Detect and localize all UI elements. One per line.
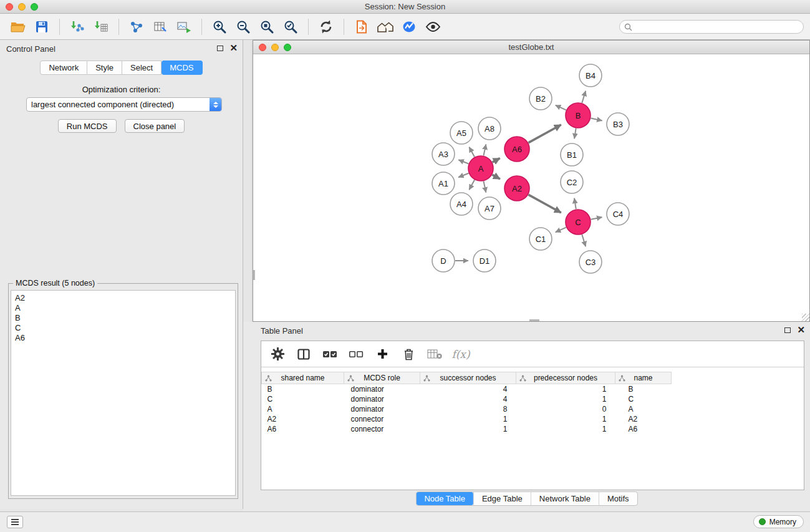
- mcds-result-item[interactable]: A: [15, 303, 231, 313]
- graph-node[interactable]: A3: [432, 143, 455, 165]
- graph-node[interactable]: A5: [450, 122, 473, 144]
- zoom-out-button[interactable]: [231, 16, 255, 37]
- graph-edge[interactable]: [458, 173, 468, 178]
- tab-mcds[interactable]: MCDS: [162, 60, 202, 75]
- table-cell[interactable]: 1: [420, 424, 516, 434]
- tab-style[interactable]: Style: [87, 60, 122, 75]
- import-table-button[interactable]: [89, 16, 113, 37]
- table-cell[interactable]: A: [262, 404, 344, 414]
- graph-edge[interactable]: [469, 147, 475, 157]
- task-history-button[interactable]: [7, 516, 23, 528]
- show-columns-button[interactable]: [292, 344, 315, 364]
- graph-node[interactable]: A2: [504, 176, 529, 201]
- delete-column-button[interactable]: [397, 344, 420, 364]
- graph-edge[interactable]: [574, 198, 576, 210]
- float-panel-icon[interactable]: [217, 46, 223, 51]
- home-button[interactable]: [374, 16, 397, 37]
- open-session-button[interactable]: [6, 16, 30, 37]
- graph-node[interactable]: C2: [561, 171, 583, 193]
- table-cell[interactable]: B: [615, 384, 672, 394]
- table-cell[interactable]: 1: [516, 394, 615, 404]
- table-mode-button[interactable]: [266, 344, 289, 364]
- mcds-result-item[interactable]: B: [15, 313, 231, 323]
- graph-node[interactable]: B1: [561, 143, 583, 166]
- table-cell[interactable]: 4: [420, 394, 516, 404]
- graph-edge[interactable]: [582, 91, 586, 103]
- graph-edge[interactable]: [591, 217, 602, 220]
- table-cell[interactable]: 0: [516, 404, 615, 414]
- new-table-button[interactable]: [148, 16, 172, 37]
- column-header[interactable]: name: [615, 372, 672, 384]
- tab-network-table[interactable]: Network Table: [531, 492, 599, 505]
- graph-edge[interactable]: [591, 118, 602, 121]
- graph-edge[interactable]: [492, 175, 500, 179]
- graph-node[interactable]: A: [468, 156, 493, 181]
- mcds-result-item[interactable]: A2: [15, 293, 231, 303]
- export-image-button[interactable]: [172, 16, 196, 37]
- table-row[interactable]: Bdominator41B: [262, 384, 804, 394]
- table-row[interactable]: A2connector11A2: [262, 414, 804, 424]
- table-cell[interactable]: C: [615, 394, 672, 404]
- close-table-panel-icon[interactable]: ✕: [797, 326, 805, 334]
- search-input[interactable]: [619, 20, 804, 34]
- tab-edge-table[interactable]: Edge Table: [473, 492, 531, 505]
- float-table-panel-icon[interactable]: [784, 327, 791, 333]
- graph-edge[interactable]: [574, 128, 576, 139]
- graph-node[interactable]: C4: [607, 203, 629, 225]
- graph-edge[interactable]: [556, 228, 566, 233]
- table-row[interactable]: A6connector11A6: [262, 424, 804, 434]
- graph-edge[interactable]: [528, 125, 561, 143]
- mcds-result-item[interactable]: A6: [15, 333, 231, 343]
- graph-edge[interactable]: [493, 158, 500, 163]
- graph-node[interactable]: C1: [529, 228, 552, 250]
- close-panel-icon[interactable]: ✕: [229, 44, 238, 52]
- graph-edge[interactable]: [469, 180, 475, 190]
- vertical-scroll-stub[interactable]: [253, 270, 255, 280]
- add-column-button[interactable]: [371, 344, 393, 364]
- table-row[interactable]: Adominator80A: [262, 404, 804, 414]
- horizontal-scroll-stub[interactable]: [529, 319, 539, 321]
- table-row[interactable]: Cdominator41C: [262, 394, 804, 404]
- graph-edge[interactable]: [582, 235, 586, 246]
- tab-motifs[interactable]: Motifs: [599, 492, 637, 505]
- table-cell[interactable]: 1: [516, 424, 615, 434]
- graph-node[interactable]: A8: [478, 117, 501, 140]
- mcds-result-list[interactable]: A2ABCA6: [11, 290, 236, 496]
- table-cell[interactable]: 8: [420, 404, 516, 414]
- graph-node[interactable]: D: [432, 249, 455, 272]
- resize-grip[interactable]: [802, 314, 809, 321]
- graph-node[interactable]: A6: [504, 137, 529, 162]
- optimization-criterion-dropdown[interactable]: largest connected component (directed): [26, 97, 222, 112]
- table-cell[interactable]: A2: [262, 414, 344, 424]
- select-all-button[interactable]: [319, 344, 341, 364]
- table-cell[interactable]: 1: [516, 384, 615, 394]
- graph-node[interactable]: C: [566, 210, 591, 235]
- graph-edge[interactable]: [556, 105, 566, 110]
- delete-table-button[interactable]: [423, 344, 446, 364]
- new-network-button[interactable]: [125, 16, 148, 37]
- zoom-in-button[interactable]: [208, 16, 231, 37]
- table-cell[interactable]: A2: [615, 414, 672, 424]
- badge-button[interactable]: [397, 16, 421, 37]
- document-button[interactable]: [350, 16, 374, 37]
- eye-button[interactable]: [421, 16, 445, 37]
- table-cell[interactable]: C: [262, 394, 344, 404]
- tab-select[interactable]: Select: [122, 60, 162, 75]
- table-cell[interactable]: dominator: [344, 384, 420, 394]
- graph-node[interactable]: C3: [579, 251, 602, 273]
- tab-network[interactable]: Network: [40, 60, 87, 75]
- table-cell[interactable]: A6: [262, 424, 344, 434]
- zoom-selected-button[interactable]: [279, 16, 302, 37]
- save-session-button[interactable]: [30, 16, 54, 37]
- close-panel-button[interactable]: Close panel: [125, 119, 185, 133]
- memory-button[interactable]: Memory: [753, 515, 804, 528]
- table-cell[interactable]: 4: [420, 384, 516, 394]
- run-mcds-button[interactable]: Run MCDS: [58, 119, 117, 133]
- graph-node[interactable]: B: [566, 103, 591, 128]
- graph-edge[interactable]: [484, 181, 486, 193]
- graph-node[interactable]: B2: [529, 87, 552, 110]
- graph-node[interactable]: A1: [432, 172, 455, 195]
- table-cell[interactable]: B: [262, 384, 344, 394]
- graph-node[interactable]: A4: [450, 193, 473, 215]
- zoom-fit-button[interactable]: [255, 16, 279, 37]
